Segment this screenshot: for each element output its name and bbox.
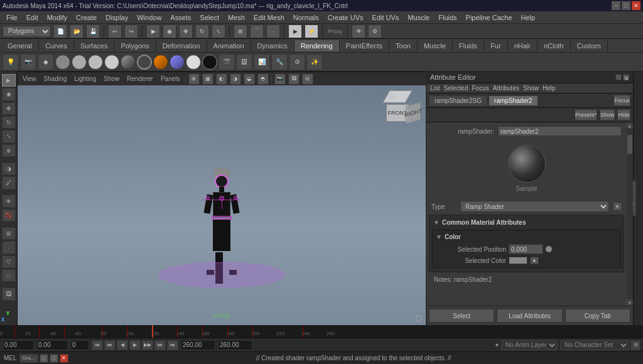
pb-play-btn[interactable]: ▶ bbox=[129, 340, 141, 350]
view-menu[interactable]: View bbox=[20, 75, 39, 83]
ae-scrollbar[interactable]: ▲ ▼ bbox=[627, 122, 633, 306]
menu-window[interactable]: Window bbox=[133, 13, 165, 23]
select-tool-btn[interactable]: ▶ bbox=[146, 24, 160, 38]
snap-point-tool[interactable]: · bbox=[2, 241, 16, 254]
tab-fur[interactable]: Fur bbox=[484, 40, 508, 51]
soft-mod-tool[interactable]: ◑ bbox=[2, 163, 16, 175]
color-picker-btn[interactable]: ▼ bbox=[530, 257, 539, 264]
hide-select-btn[interactable]: 🚫 bbox=[2, 209, 16, 222]
tab-fluids[interactable]: Fluids bbox=[453, 40, 484, 51]
lighting-menu[interactable]: Lighting bbox=[72, 75, 99, 83]
tab-rendering[interactable]: Rendering bbox=[294, 40, 340, 51]
sb-track[interactable] bbox=[627, 129, 633, 299]
cube-top-face[interactable] bbox=[382, 90, 413, 103]
pb-prev-key-btn[interactable]: ⏭ bbox=[104, 340, 116, 350]
tab-painteffects[interactable]: PaintEffects bbox=[340, 40, 390, 51]
vsub-icon1[interactable]: ⊞ bbox=[188, 73, 200, 85]
menu-select[interactable]: Select bbox=[196, 13, 223, 23]
shelf-shader6-icon[interactable] bbox=[137, 55, 152, 70]
color-section-header[interactable]: ▼ Color bbox=[435, 232, 619, 242]
menu-edit[interactable]: Edit bbox=[23, 13, 42, 23]
ae-nav-show[interactable]: Show bbox=[523, 85, 539, 92]
transform-tool[interactable]: ⊕ bbox=[2, 144, 16, 157]
show-all-btn[interactable]: 👁 bbox=[2, 195, 16, 207]
tab-dynamics[interactable]: Dynamics bbox=[251, 40, 294, 51]
ae-nav-focus[interactable]: Focus bbox=[472, 85, 489, 92]
type-select[interactable]: Ramp Shader bbox=[460, 201, 609, 212]
viewport-options-btn[interactable] bbox=[416, 315, 422, 321]
menu-edit-mesh[interactable]: Edit Mesh bbox=[250, 13, 288, 23]
panels-menu[interactable]: Panels bbox=[158, 75, 183, 83]
status-icon-2[interactable]: ◻ bbox=[50, 354, 58, 363]
sb-up-arrow[interactable]: ▲ bbox=[627, 122, 633, 129]
select-button[interactable]: Select bbox=[429, 309, 494, 323]
shelf-fx-icon[interactable]: ✨ bbox=[306, 54, 323, 70]
menu-pipeline-cache[interactable]: Pipeline Cache bbox=[462, 13, 516, 23]
redo-btn[interactable]: ↪ bbox=[124, 24, 138, 38]
common-material-header[interactable]: ▼ Common Material Attributes bbox=[432, 218, 621, 227]
new-scene-btn[interactable]: 📄 bbox=[53, 24, 67, 38]
shelf-shader9-icon[interactable] bbox=[186, 55, 201, 70]
scale-btn[interactable]: ⤡ bbox=[212, 24, 225, 38]
select-tool[interactable]: ▶ bbox=[2, 74, 16, 87]
vsub-icon2[interactable]: ▦ bbox=[202, 73, 213, 85]
settings-btn[interactable]: ⚙ bbox=[368, 24, 382, 38]
tab-muscle[interactable]: Muscle bbox=[418, 40, 453, 51]
shelf-shader10-icon[interactable] bbox=[202, 55, 217, 70]
menu-mesh[interactable]: Mesh bbox=[224, 13, 249, 23]
menu-modify[interactable]: Modify bbox=[43, 13, 71, 23]
move-tool[interactable]: ✥ bbox=[2, 102, 16, 115]
char-set-dropdown[interactable]: No Character Set bbox=[560, 340, 629, 350]
current-frame-display[interactable] bbox=[181, 340, 215, 350]
tab-curves[interactable]: Curves bbox=[39, 40, 74, 51]
ae-close-btn[interactable]: ✕ bbox=[623, 74, 629, 80]
snap-grid-tool[interactable]: ⊞ bbox=[2, 227, 16, 240]
menu-fluids[interactable]: Fluids bbox=[435, 13, 460, 23]
selected-position-input[interactable] bbox=[509, 244, 543, 254]
pb-play-fwd-btn[interactable]: ▶▶ bbox=[142, 340, 153, 350]
minimize-button[interactable]: − bbox=[612, 1, 620, 10]
tab-general[interactable]: General bbox=[1, 40, 39, 51]
tab-polygons[interactable]: Polygons bbox=[114, 40, 156, 51]
vsub-render-icon[interactable]: 🖼 bbox=[288, 73, 300, 85]
cube-right-face[interactable]: RIGHT bbox=[406, 102, 421, 124]
shelf-shader8-icon[interactable] bbox=[170, 55, 185, 70]
viewport-home-icon[interactable]: ⌂ bbox=[389, 90, 394, 100]
ipr-btn[interactable]: ⚡ bbox=[305, 24, 318, 38]
ramp-shader-input[interactable] bbox=[498, 126, 622, 136]
status-icon-1[interactable]: ◻ bbox=[40, 354, 48, 363]
shelf-shader2-icon[interactable] bbox=[72, 55, 87, 70]
shelf-geo-icon[interactable]: ◆ bbox=[38, 54, 54, 70]
shelf-render4-icon[interactable]: 🔧 bbox=[271, 54, 288, 70]
scale-tool[interactable]: ⤡ bbox=[2, 130, 16, 142]
vsub-icon5[interactable]: ◒ bbox=[244, 73, 255, 85]
shelf-light-icon[interactable]: 💡 bbox=[3, 54, 19, 70]
undo-btn[interactable]: ↩ bbox=[108, 24, 122, 38]
ae-minimize-btn[interactable] bbox=[615, 74, 622, 80]
copy-tab-button[interactable]: Copy Tab bbox=[565, 309, 630, 323]
shading-menu[interactable]: Shading bbox=[41, 75, 70, 83]
status-icon-gra[interactable]: Gra... bbox=[19, 354, 38, 363]
range-start-input[interactable] bbox=[3, 340, 34, 350]
show-button[interactable]: Show bbox=[600, 109, 615, 120]
maximize-button[interactable]: □ bbox=[622, 1, 630, 10]
shelf-shader1-icon[interactable] bbox=[55, 55, 70, 70]
tab-ncloth[interactable]: nCloth bbox=[538, 40, 571, 51]
focus-button[interactable]: Focus bbox=[613, 95, 630, 106]
pb-next-key-btn[interactable]: ⏭ bbox=[154, 340, 166, 350]
vsub-grid-icon[interactable]: ⊟ bbox=[302, 73, 313, 85]
shelf-render3-icon[interactable]: 📊 bbox=[254, 54, 270, 70]
vsub-icon6[interactable]: ◓ bbox=[257, 73, 269, 85]
pb-go-start-btn[interactable]: ⏮ bbox=[92, 340, 103, 350]
show-menu[interactable]: Show bbox=[101, 75, 122, 83]
tab-custom[interactable]: Custom bbox=[571, 40, 608, 51]
timeline-ruler[interactable]: 0 20 40 60 80 100 120 140 160 180 200 22… bbox=[0, 325, 643, 338]
type-arrow-btn[interactable]: ▼ bbox=[613, 202, 622, 211]
ae-nav-selected[interactable]: Selected bbox=[444, 85, 468, 92]
tab-surfaces[interactable]: Surfaces bbox=[74, 40, 114, 51]
menu-help[interactable]: Help bbox=[517, 13, 539, 23]
hide-button[interactable]: Hide bbox=[617, 109, 630, 120]
tab-deformation[interactable]: Deformation bbox=[156, 40, 207, 51]
position-handle[interactable] bbox=[546, 246, 552, 252]
pb-go-end-btn[interactable]: ⏮ bbox=[167, 340, 178, 350]
